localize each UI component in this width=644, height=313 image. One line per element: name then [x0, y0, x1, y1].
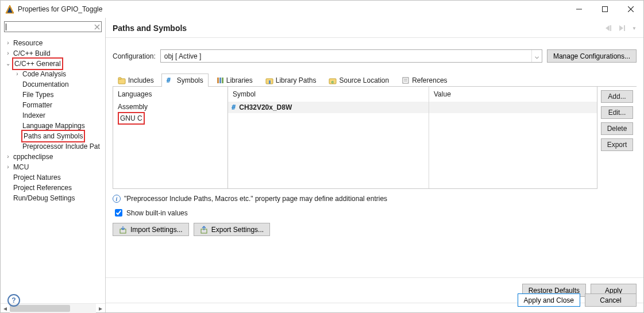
tab-label: Symbols	[177, 76, 203, 84]
maximize-button[interactable]	[592, 1, 618, 18]
svg-rect-3	[602, 7, 607, 12]
nav-menu-icon[interactable]: ▼	[632, 26, 637, 31]
tab-label: Source Location	[339, 76, 389, 84]
tab-source-location[interactable]: cSource Location	[323, 74, 394, 87]
cancel-button[interactable]: Cancel	[585, 293, 637, 307]
symbol-name: CH32V20x_D8W	[239, 103, 292, 111]
tree-item[interactable]: File Types	[1, 90, 105, 100]
tab-icon: c	[329, 76, 337, 84]
manage-configurations-button[interactable]: Manage Configurations...	[547, 49, 637, 63]
info-icon: i	[113, 195, 121, 203]
edit-button[interactable]: Edit...	[601, 106, 633, 119]
chevron-down-icon[interactable]: ⌵	[531, 50, 542, 62]
tab-bar: Includes#SymbolsLibrariesLibrary PathscS…	[113, 73, 637, 87]
tree-item-label: Resource	[12, 38, 44, 48]
nav-forward-icon[interactable]	[618, 24, 628, 32]
tab-icon: #	[167, 76, 175, 84]
tab-label: Includes	[128, 76, 154, 84]
tab-libraries[interactable]: Libraries	[211, 74, 258, 87]
tree-item[interactable]: Paths and Symbols	[1, 131, 105, 141]
delete-button[interactable]: Delete	[601, 122, 633, 135]
clear-filter-icon[interactable]	[94, 24, 100, 30]
languages-column: Languages AssemblyGNU C	[113, 87, 228, 188]
tree-item[interactable]: Preprocessor Include Pat	[1, 141, 105, 152]
configuration-label: Configuration:	[113, 52, 156, 60]
tree-item[interactable]: Run/Debug Settings	[1, 193, 105, 203]
svg-rect-9	[118, 78, 121, 79]
tree-item[interactable]: Formatter	[1, 100, 105, 110]
tab-library-paths[interactable]: Library Paths	[260, 74, 322, 87]
svg-rect-14	[269, 80, 271, 84]
hash-icon: #	[232, 103, 236, 111]
scroll-right-icon[interactable]: ▸	[96, 304, 105, 312]
import-settings-button[interactable]: Import Settings...	[113, 223, 189, 236]
tree-item[interactable]: Project Natures	[1, 172, 105, 183]
tree-item[interactable]: ›Resource	[1, 38, 105, 48]
tab-references[interactable]: References	[396, 74, 452, 87]
tree-item[interactable]: ⌄C/C++ General	[1, 59, 105, 69]
show-builtin-input[interactable]	[115, 209, 122, 217]
tree-item-label: File Types	[21, 90, 55, 100]
tree-item[interactable]: Indexer	[1, 110, 105, 121]
twisty-icon[interactable]: ›	[4, 48, 12, 59]
tree-item[interactable]: ›MCU	[1, 162, 105, 172]
tab-label: References	[412, 76, 447, 84]
category-tree[interactable]: ›Resource›C/C++ Build⌄C/C++ General›Code…	[1, 36, 105, 303]
help-icon[interactable]: ?	[7, 294, 20, 307]
properties-dialog: Properties for GPIO_Toggle ›Resource›C/C…	[0, 0, 644, 313]
tree-item-label: Code Analysis	[21, 69, 67, 79]
svg-rect-11	[219, 78, 221, 83]
configuration-combo[interactable]: obj [ Active ] ⌵	[160, 49, 542, 63]
export-button[interactable]: Export	[601, 138, 633, 151]
tree-item-label: cppcheclipse	[12, 152, 54, 162]
twisty-icon[interactable]: ⌄	[4, 59, 12, 69]
tab-symbols[interactable]: #Symbols	[161, 74, 209, 87]
info-text: "Preprocessor Include Paths, Macros etc.…	[124, 195, 387, 203]
page-header: Paths and Symbols ▼	[106, 18, 643, 38]
language-item[interactable]: Assembly	[118, 102, 223, 112]
tree-item-label: Paths and Symbols	[21, 130, 85, 142]
twisty-icon[interactable]: ›	[13, 69, 21, 79]
tree-item-label: Run/Debug Settings	[12, 193, 76, 203]
tree-item-label: Project Natures	[12, 172, 62, 183]
twisty-icon[interactable]: ›	[4, 38, 12, 48]
window-title: Properties for GPIO_Toggle	[18, 5, 566, 13]
svg-rect-17	[403, 78, 408, 83]
svg-rect-10	[217, 78, 219, 83]
tree-item-label: C/C++ General	[12, 57, 63, 70]
apply-and-close-button[interactable]: Apply and Close	[518, 293, 580, 307]
tab-icon	[402, 76, 410, 84]
table-row[interactable]: # CH32V20x_D8W	[228, 102, 429, 113]
tree-item-label: Formatter	[21, 100, 53, 110]
minimize-button[interactable]	[566, 1, 592, 18]
tree-item-label: Documentation	[21, 79, 70, 90]
titlebar: Properties for GPIO_Toggle	[1, 1, 643, 18]
export-settings-button[interactable]: Export Settings...	[194, 223, 270, 236]
twisty-icon[interactable]: ›	[4, 152, 12, 162]
tree-item[interactable]: Documentation	[1, 79, 105, 90]
tree-item[interactable]: Project References	[1, 183, 105, 193]
tree-item-label: MCU	[12, 162, 30, 172]
nav-back-icon[interactable]	[604, 24, 615, 32]
filter-input[interactable]	[4, 21, 102, 32]
language-item[interactable]: GNU C	[118, 112, 223, 122]
category-sidebar: ›Resource›C/C++ Build⌄C/C++ General›Code…	[1, 18, 106, 312]
tab-label: Library Paths	[276, 76, 317, 84]
close-button[interactable]	[618, 1, 643, 18]
tree-item[interactable]: ›Code Analysis	[1, 69, 105, 79]
export-icon	[200, 226, 208, 234]
tree-item-label: Project References	[12, 183, 73, 193]
twisty-icon[interactable]: ›	[4, 162, 12, 172]
add-button[interactable]: Add...	[601, 90, 633, 103]
symbol-header: Symbol	[228, 87, 429, 102]
tab-includes[interactable]: Includes	[113, 74, 159, 87]
tab-icon	[265, 76, 273, 84]
page-title: Paths and Symbols	[113, 24, 604, 33]
tab-label: Libraries	[226, 76, 253, 84]
tree-item[interactable]: ›cppcheclipse	[1, 152, 105, 162]
configuration-value: obj [ Active ]	[164, 52, 202, 60]
svg-text:c: c	[331, 79, 334, 84]
svg-rect-12	[222, 78, 223, 83]
tab-icon	[216, 76, 224, 84]
show-builtin-checkbox[interactable]: Show built-in values	[113, 207, 637, 218]
